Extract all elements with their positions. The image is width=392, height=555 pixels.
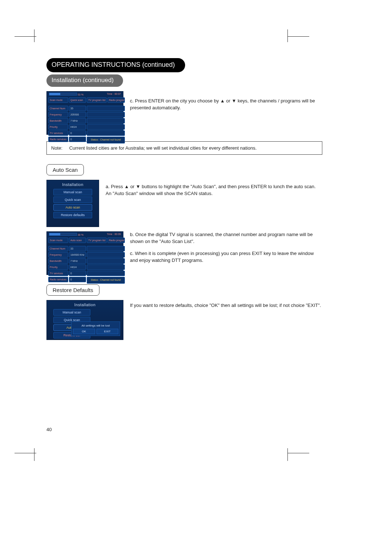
restore-defaults-heading: Restore Defaults bbox=[46, 284, 99, 296]
auto-scan-progress-screenshot: 30 % Time : 00:09 Scan mode Auto scan TV… bbox=[46, 231, 123, 275]
installation-menu-screenshot: Installation Manual scan Quick scan Auto… bbox=[46, 180, 99, 227]
restore-defaults-screenshot: Installation Manual scan Quick scan Auto… bbox=[46, 300, 123, 340]
auto-scan-steps-bc: b. Once the digital TV signal is scanned… bbox=[130, 231, 322, 266]
dialog-ok-button: OK bbox=[73, 329, 95, 334]
page-title-sub: Installation (continued) bbox=[46, 74, 123, 87]
restore-defaults-text: If you want to restore defaults, choice … bbox=[130, 302, 321, 311]
auto-scan-heading: Auto Scan bbox=[46, 164, 84, 175]
page-title-main: OPERATING INSTRUCTIONS (continued) bbox=[46, 58, 185, 72]
step-c-quickscan: c. Press ENTER on the city you choose by… bbox=[130, 98, 322, 114]
quick-scan-screenshot: 53 % Time : 00:07 Scan mode Quick scan T… bbox=[46, 91, 123, 135]
page-number: 40 bbox=[46, 427, 52, 432]
auto-scan-step-a: a. Press ▲ or ▼ buttons to highlight the… bbox=[106, 183, 322, 199]
dialog-exit-button: EXIT bbox=[97, 329, 119, 334]
